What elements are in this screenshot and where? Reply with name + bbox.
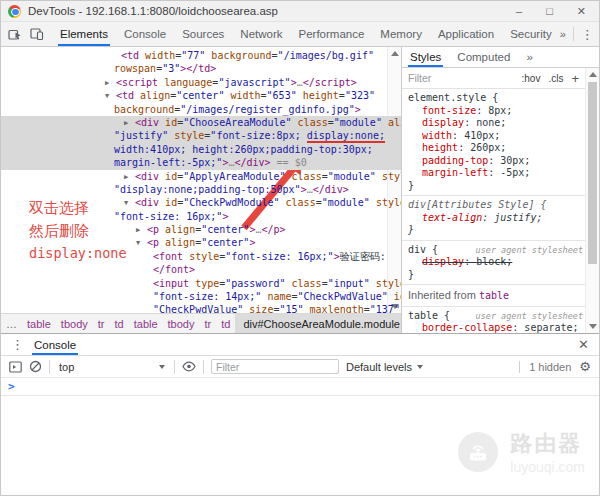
styles-tab-styles[interactable]: Styles [402, 47, 449, 67]
twisty-collapsed-icon[interactable]: ▶ [124, 171, 128, 184]
main-menu-icon[interactable]: ⋮ [581, 27, 594, 42]
dom-tree-row[interactable]: background="/images/register_gdinfo.jpg"… [1, 103, 401, 116]
dom-tree-row[interactable]: ▶<script language="javascript">…</script… [1, 76, 401, 89]
rule-selector-line: element.style { [408, 92, 583, 105]
dom-tree-row[interactable]: ▼<div id="CheckPwdModule" class="module"… [1, 196, 401, 209]
dom-tree-row[interactable]: ▶<div id="ChooseAreaModule" class="modul… [1, 116, 401, 129]
twisty-expanded-icon[interactable]: ▼ [105, 90, 109, 103]
context-selector[interactable]: top [57, 361, 167, 373]
css-property[interactable]: padding-top: 30px; [408, 155, 583, 168]
console-output-area: 路由器 luyouqi.com [1, 396, 599, 496]
twisty-collapsed-icon[interactable]: ▶ [105, 77, 109, 90]
dom-tree-row[interactable]: <td width="77" background="/images/bg.gi… [1, 49, 401, 62]
hidden-messages-count: 1 hidden [519, 361, 571, 373]
dom-tree-row[interactable]: width:410px; height:260px;padding-top:30… [1, 143, 401, 156]
styles-sidebar: StylesComputed» :hov .cls + element.styl… [401, 47, 599, 333]
dom-tree-row[interactable]: <font style="font-size: 16px;">验证密码: [1, 250, 401, 263]
property-value: separate; [524, 322, 578, 333]
inspect-element-icon[interactable] [8, 27, 22, 41]
dom-tree-row[interactable]: ▶<div id="ApplyAreaModule" class="module… [1, 170, 401, 183]
console-prompt[interactable]: > [1, 378, 599, 396]
rule-selector[interactable]: element.style { [408, 92, 498, 105]
rule-selector[interactable]: div { [408, 244, 438, 257]
css-property[interactable]: height: 260px; [408, 142, 583, 155]
site-watermark: 路由器 luyouqi.com [458, 429, 585, 475]
styles-tab-computed[interactable]: Computed [449, 47, 518, 67]
style-rule: div[Attributes Style] {text-align: justi… [402, 196, 585, 241]
tab-sources[interactable]: Sources [174, 22, 232, 46]
close-window-button[interactable]: ✕ [577, 5, 586, 18]
rule-selector-line: div {user agent stylesheet [408, 244, 583, 257]
css-property[interactable]: width: 410px; [408, 130, 583, 143]
property-name: margin-left [422, 167, 488, 178]
css-property[interactable]: text-align: justify; [408, 212, 583, 225]
breadcrumb-item[interactable]: table [22, 314, 56, 333]
tab-elements[interactable]: Elements [52, 22, 116, 46]
close-drawer-icon[interactable]: ✕ [568, 334, 599, 355]
styles-filter-input[interactable] [408, 72, 486, 84]
breadcrumb-item[interactable]: tr [93, 314, 110, 333]
console-settings-icon[interactable]: ⚙ [579, 359, 591, 374]
breadcrumb-item[interactable]: tbody [163, 314, 200, 333]
twisty-collapsed-icon[interactable]: ▶ [136, 224, 140, 237]
breadcrumb-item[interactable]: td [216, 314, 235, 333]
css-property[interactable]: display: none; [408, 117, 583, 130]
dom-tree-row[interactable]: margin-left:-5px;">…</div> == $0 [1, 156, 401, 169]
breadcrumb-item[interactable]: … [1, 314, 22, 333]
scrollbar-thumb[interactable] [588, 82, 597, 264]
dom-tree-row[interactable]: rowspan="3"></td> [1, 62, 401, 75]
dom-tree-row[interactable]: "font-size: 16px;"> [1, 210, 401, 223]
clear-console-icon[interactable] [29, 360, 42, 373]
dom-tree-row[interactable]: "justify" style="font-size:8px; display:… [1, 129, 401, 142]
css-property[interactable]: display: block; [408, 256, 583, 269]
property-name: height [422, 142, 458, 153]
breadcrumb-item-selected[interactable]: div#ChooseAreaModule.module [235, 314, 401, 333]
drawer-menu-icon[interactable]: ⋮ [1, 334, 32, 355]
device-toolbar-icon[interactable] [30, 27, 44, 41]
more-tabs-icon[interactable]: » [560, 28, 566, 40]
rule-selector[interactable]: div[Attributes Style] { [408, 199, 546, 212]
styles-scrollbar[interactable] [585, 68, 599, 333]
minimize-button[interactable]: – [516, 5, 522, 17]
dom-tree-row[interactable]: ▶<p align="center">…</p> [1, 223, 401, 236]
twisty-collapsed-icon[interactable]: ▶ [124, 117, 128, 130]
dom-tree-row[interactable]: <input type="password" class="input" sty… [1, 277, 401, 290]
tab-memory[interactable]: Memory [372, 22, 430, 46]
css-property[interactable]: border-collapse: separate; [408, 322, 583, 333]
log-levels-dropdown[interactable]: Default levels [346, 361, 423, 373]
console-sidebar-icon[interactable] [9, 361, 22, 373]
css-property[interactable]: font-size: 8px; [408, 105, 583, 118]
new-style-rule-button[interactable]: + [571, 71, 579, 86]
toggle-classes-button[interactable]: .cls [548, 73, 563, 84]
dom-tree-row[interactable]: ▼<p align="center"> [1, 236, 401, 249]
tab-application[interactable]: Application [430, 22, 502, 46]
dom-tree-row[interactable]: ▼<td align="center" width="653" height="… [1, 89, 401, 102]
inherited-tag-link[interactable]: table [479, 290, 509, 301]
console-tab[interactable]: Console [32, 334, 78, 355]
scroll-down-icon[interactable] [589, 324, 597, 329]
dom-tree-row[interactable]: "font-size: 14px;" name="CheckPwdValue" … [1, 290, 401, 303]
rule-close-brace: } [408, 224, 583, 237]
scroll-up-icon[interactable] [589, 72, 597, 77]
twisty-expanded-icon[interactable]: ▼ [124, 197, 128, 210]
eye-icon[interactable] [182, 361, 196, 372]
watermark-cn-text: 路由器 [510, 429, 585, 459]
toggle-hover-button[interactable]: :hov [522, 73, 541, 84]
tab-performance[interactable]: Performance [291, 22, 373, 46]
tab-security[interactable]: Security [502, 22, 560, 46]
styles-more-tabs-icon[interactable]: » [518, 47, 540, 67]
breadcrumb-item[interactable]: tbody [56, 314, 93, 333]
css-property[interactable]: margin-left: -5px; [408, 167, 583, 180]
breadcrumb-item[interactable]: tr [199, 314, 216, 333]
tab-network[interactable]: Network [232, 22, 290, 46]
maximize-button[interactable]: □ [546, 5, 553, 17]
breadcrumb-item[interactable]: table [129, 314, 163, 333]
dom-tree-row[interactable]: "CheckPwdValue" size="15" maxlength="137… [1, 303, 401, 313]
twisty-expanded-icon[interactable]: ▼ [136, 237, 140, 250]
console-filter-input[interactable] [211, 359, 339, 374]
rule-selector[interactable]: table { [408, 310, 450, 323]
breadcrumb-item[interactable]: td [110, 314, 129, 333]
dom-tree-row[interactable]: "display:none;padding-top:50px">…</div> [1, 183, 401, 196]
tab-console[interactable]: Console [116, 22, 174, 46]
dom-tree-row[interactable]: </font> [1, 263, 401, 276]
